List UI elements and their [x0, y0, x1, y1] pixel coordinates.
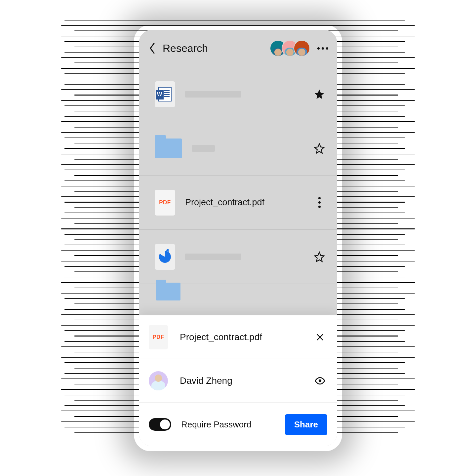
- share-sheet: PDF Project_contract.pdf David Zheng: [139, 315, 337, 446]
- toggle-knob: [160, 419, 170, 429]
- star-outline-icon: [314, 143, 325, 154]
- star-outline-icon: [314, 251, 325, 262]
- folder-icon: [155, 138, 182, 159]
- folder-title: Research: [163, 42, 270, 55]
- ellipsis-horizontal-icon: [317, 47, 328, 50]
- share-file-name: Project_contract.pdf: [180, 332, 313, 342]
- eye-icon: [314, 375, 326, 386]
- pdf-file-icon: PDF: [149, 325, 168, 349]
- star-button[interactable]: [311, 249, 327, 265]
- require-password-toggle[interactable]: [149, 418, 171, 431]
- chart-file-icon: [155, 244, 175, 270]
- file-name: Project_contract.pdf: [185, 197, 311, 208]
- word-file-icon: [155, 81, 175, 107]
- recipient-name: David Zheng: [180, 376, 313, 386]
- share-file-row: PDF Project_contract.pdf: [139, 315, 337, 359]
- folder-icon: [155, 293, 182, 302]
- share-recipient-row[interactable]: David Zheng: [139, 359, 337, 403]
- file-row-folder[interactable]: [139, 121, 337, 176]
- chevron-left-icon: [149, 43, 156, 54]
- filename-placeholder: [185, 254, 241, 260]
- permission-view-button[interactable]: [313, 374, 327, 388]
- star-button[interactable]: [311, 140, 327, 156]
- close-sheet-button[interactable]: [313, 330, 327, 344]
- pdf-badge-text: PDF: [159, 199, 171, 206]
- file-row-word[interactable]: [139, 67, 337, 121]
- recipient-avatar: [149, 371, 168, 390]
- collaborator-avatars[interactable]: [270, 40, 310, 57]
- pdf-file-icon: PDF: [155, 190, 175, 216]
- svg-point-0: [319, 379, 322, 382]
- row-more-button[interactable]: [311, 195, 327, 211]
- file-row-pdf[interactable]: PDF Project_contract.pdf: [139, 176, 337, 230]
- ellipsis-vertical-icon: [318, 197, 321, 208]
- filename-placeholder: [192, 145, 215, 152]
- pdf-badge-text: PDF: [152, 334, 164, 340]
- more-options-button[interactable]: [316, 42, 329, 55]
- close-icon: [316, 333, 324, 341]
- share-options-row: Require Password Share: [139, 403, 337, 446]
- file-row-peek[interactable]: [139, 284, 337, 302]
- star-button[interactable]: [311, 86, 327, 102]
- star-filled-icon: [314, 89, 325, 100]
- require-password-label: Require Password: [181, 419, 285, 430]
- filename-placeholder: [185, 91, 241, 98]
- file-list: PDF Project_contract.pdf: [139, 67, 337, 315]
- folder-header: Research: [139, 30, 337, 67]
- phone-mockup: Research: [139, 30, 337, 446]
- share-button[interactable]: Share: [285, 414, 327, 435]
- file-row-chart[interactable]: [139, 230, 337, 284]
- back-button[interactable]: [145, 41, 160, 56]
- avatar: [294, 40, 310, 57]
